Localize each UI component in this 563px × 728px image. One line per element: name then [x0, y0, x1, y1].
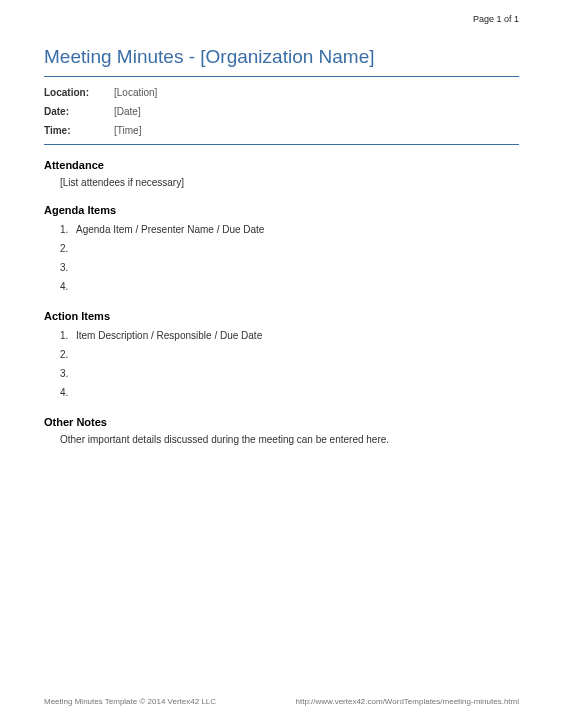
- meta-divider: [44, 144, 519, 145]
- location-label: Location:: [44, 87, 114, 98]
- meta-date-row: Date: [Date]: [44, 102, 519, 121]
- list-item: 4.: [60, 383, 519, 402]
- footer-copyright: Meeting Minutes Template © 2014 Vertex42…: [44, 697, 216, 706]
- meta-time-row: Time: [Time]: [44, 121, 519, 140]
- document-page: Page 1 of 1 Meeting Minutes - [Organizat…: [0, 0, 563, 728]
- other-notes-text: Other important details discussed during…: [44, 432, 519, 447]
- footer-url: http://www.vertex42.com/WordTemplates/me…: [296, 697, 520, 706]
- agenda-heading: Agenda Items: [44, 204, 519, 216]
- list-item: 3.: [60, 258, 519, 277]
- document-title: Meeting Minutes - [Organization Name]: [44, 46, 519, 68]
- action-item-text: Item Description / Responsible / Due Dat…: [76, 330, 262, 341]
- list-item: 1.Agenda Item / Presenter Name / Due Dat…: [60, 220, 519, 239]
- action-heading: Action Items: [44, 310, 519, 322]
- date-label: Date:: [44, 106, 114, 117]
- list-item: 1.Item Description / Responsible / Due D…: [60, 326, 519, 345]
- list-item: 2.: [60, 239, 519, 258]
- footer: Meeting Minutes Template © 2014 Vertex42…: [44, 697, 519, 706]
- page-number: Page 1 of 1: [473, 14, 519, 24]
- attendance-heading: Attendance: [44, 159, 519, 171]
- time-label: Time:: [44, 125, 114, 136]
- other-notes-heading: Other Notes: [44, 416, 519, 428]
- list-item: 4.: [60, 277, 519, 296]
- title-divider: [44, 76, 519, 77]
- time-value: [Time]: [114, 125, 141, 136]
- list-item: 2.: [60, 345, 519, 364]
- attendance-text: [List attendees if necessary]: [44, 175, 519, 190]
- action-list: 1.Item Description / Responsible / Due D…: [44, 326, 519, 402]
- date-value: [Date]: [114, 106, 141, 117]
- meta-location-row: Location: [Location]: [44, 83, 519, 102]
- location-value: [Location]: [114, 87, 157, 98]
- list-item: 3.: [60, 364, 519, 383]
- agenda-list: 1.Agenda Item / Presenter Name / Due Dat…: [44, 220, 519, 296]
- agenda-item-text: Agenda Item / Presenter Name / Due Date: [76, 224, 264, 235]
